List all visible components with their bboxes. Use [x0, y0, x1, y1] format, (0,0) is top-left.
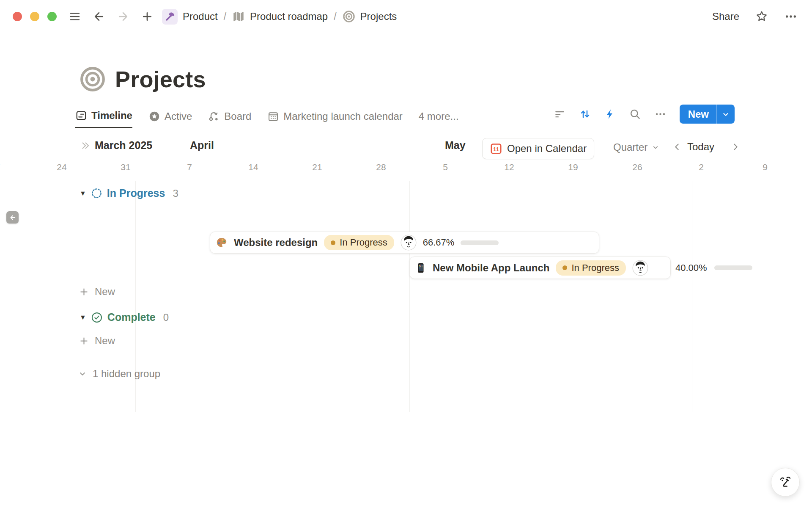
new-page-icon[interactable]	[141, 10, 154, 23]
new-button-chevron-down-icon[interactable]	[717, 110, 735, 119]
add-new-complete-row[interactable]: New	[79, 335, 115, 347]
month-label: March 2025	[95, 139, 152, 152]
group-count: 0	[163, 312, 169, 323]
filter-icon[interactable]	[554, 108, 566, 120]
timeline-view-icon	[75, 110, 87, 121]
mobile-phone-icon	[415, 262, 426, 273]
date-tick: 14	[248, 162, 258, 172]
tab-label: Marketing launch calendar	[283, 110, 403, 122]
status-badge: In Progress	[556, 260, 626, 276]
timeline-card-website-redesign[interactable]: Website redesign In Progress 66.67%	[210, 232, 599, 254]
month-label: April	[190, 139, 214, 152]
in-progress-dashed-circle-icon	[91, 188, 102, 199]
plus-icon	[79, 287, 89, 297]
status-label: In Progress	[571, 262, 619, 273]
notion-ai-button[interactable]	[771, 468, 800, 497]
group-count: 3	[173, 188, 178, 199]
date-tick: 31	[121, 162, 130, 172]
card-title: Website redesign	[234, 237, 318, 248]
breadcrumb-label: Projects	[360, 11, 397, 22]
ai-face-icon	[776, 473, 794, 491]
board-flow-icon	[208, 110, 220, 122]
date-tick: 7	[0, 162, 0, 172]
close-window-button[interactable]	[13, 12, 22, 21]
tab-board[interactable]: Board	[208, 110, 251, 128]
progress-percent: 66.67%	[423, 237, 455, 248]
hidden-group-divider	[0, 355, 812, 355]
svg-text:11: 11	[493, 146, 499, 152]
complete-check-circle-icon	[91, 312, 103, 323]
breadcrumb-item-projects[interactable]: Projects	[343, 10, 397, 23]
group-label: In Progress	[107, 187, 165, 199]
card-title: New Mobile App Launch	[433, 262, 549, 274]
date-tick: 21	[312, 162, 322, 172]
collapse-triangle-icon[interactable]: ▼	[80, 190, 86, 197]
new-row-label: New	[95, 286, 115, 298]
target-icon	[343, 10, 355, 23]
date-tick: 24	[57, 162, 66, 172]
status-dot-icon	[331, 240, 335, 245]
date-tick: 19	[568, 162, 578, 172]
scroll-left-button[interactable]	[6, 211, 19, 224]
timeline-next-chevron-icon[interactable]	[731, 142, 740, 152]
favorite-star-icon[interactable]	[755, 10, 768, 23]
tab-timeline[interactable]: Timeline	[75, 110, 132, 128]
breadcrumb-item-product-roadmap[interactable]: Product roadmap	[232, 10, 328, 23]
date-tick: 28	[376, 162, 386, 172]
dates-divider	[0, 181, 812, 181]
page-header: Projects	[80, 64, 812, 94]
tab-marketing-launch-calendar[interactable]: Marketing launch calendar	[267, 110, 403, 128]
open-in-calendar-button[interactable]: 11 Open in Calendar	[482, 138, 594, 159]
tab-active[interactable]: Active	[148, 110, 192, 128]
forward-arrow-icon[interactable]	[117, 10, 129, 23]
progress-bar	[714, 265, 752, 270]
current-month-control[interactable]: March 2025	[80, 139, 152, 152]
double-chevron-right-icon	[80, 141, 91, 151]
collapse-triangle-icon[interactable]: ▼	[80, 314, 86, 321]
tab-label: Active	[165, 110, 192, 122]
new-record-button[interactable]: New	[680, 105, 735, 124]
status-dot-icon	[562, 265, 567, 270]
palette-icon	[216, 237, 228, 248]
more-views-button[interactable]: 4 more...	[419, 110, 459, 128]
date-tick: 7	[187, 162, 192, 172]
zoom-window-button[interactable]	[47, 12, 57, 21]
add-new-in-progress-row[interactable]: New	[79, 286, 115, 298]
new-row-label: New	[95, 335, 115, 347]
timeline-zoom-select[interactable]: Quarter	[613, 141, 660, 153]
zoom-level-label: Quarter	[613, 141, 647, 153]
hammer-icon	[162, 9, 178, 25]
timeline-card-new-mobile-app-launch[interactable]: New Mobile App Launch In Progress	[409, 257, 671, 279]
progress-bar	[461, 240, 499, 245]
window-controls	[13, 12, 57, 21]
hidden-group-toggle[interactable]: 1 hidden group	[78, 368, 160, 380]
card2-progress-stats: 40.00%	[675, 257, 752, 279]
more-options-icon[interactable]	[784, 10, 798, 23]
sort-icon[interactable]	[579, 108, 591, 120]
date-tick: 12	[504, 162, 514, 172]
date-tick: 2	[699, 162, 704, 172]
hidden-group-label: 1 hidden group	[93, 368, 160, 380]
search-icon[interactable]	[629, 108, 641, 120]
view-tabs-bar: Timeline Active Board	[0, 108, 812, 128]
titlebar: Product / Product roadmap / Projects	[0, 0, 812, 33]
view-options-icon[interactable]	[654, 108, 667, 120]
page-target-icon[interactable]	[80, 66, 106, 92]
progress-percent: 40.00%	[675, 262, 707, 273]
share-button[interactable]: Share	[712, 11, 739, 22]
timeline-prev-chevron-icon[interactable]	[672, 142, 682, 152]
map-icon	[232, 10, 245, 23]
group-header-complete[interactable]: ▼ Complete 0	[80, 311, 169, 323]
active-star-icon	[148, 110, 160, 122]
calendar-icon	[267, 110, 279, 122]
automations-zap-icon[interactable]	[604, 108, 616, 120]
sidebar-menu-icon[interactable]	[69, 10, 81, 23]
new-button-label[interactable]: New	[680, 108, 716, 120]
breadcrumb-item-product[interactable]: Product	[162, 9, 218, 25]
back-arrow-icon[interactable]	[93, 10, 105, 23]
group-header-in-progress[interactable]: ▼ In Progress 3	[80, 187, 178, 199]
minimize-window-button[interactable]	[30, 12, 39, 21]
breadcrumb: Product / Product roadmap / Projects	[162, 9, 397, 25]
today-button[interactable]: Today	[687, 141, 714, 153]
breadcrumb-separator: /	[333, 11, 337, 22]
